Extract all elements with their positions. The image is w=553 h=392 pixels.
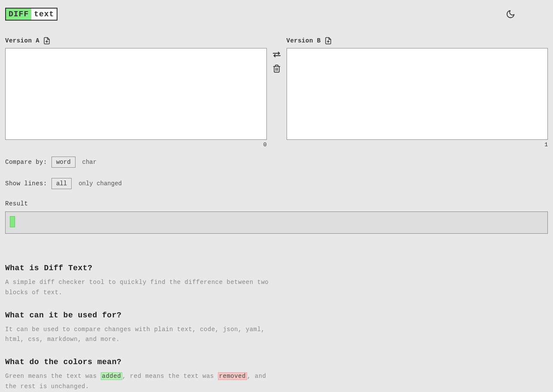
result-box [5, 211, 548, 234]
show-lines-row: Show lines: all only changed [5, 178, 548, 189]
added-highlight: added [101, 372, 123, 380]
clear-button[interactable] [272, 64, 281, 73]
logo-diff: DIFF [6, 9, 31, 20]
compare-by-label: Compare by: [5, 159, 47, 166]
show-lines-label: Show lines: [5, 180, 47, 187]
show-changed-button[interactable]: only changed [76, 178, 124, 189]
result-added-mark [10, 216, 15, 227]
version-a-count: 0 [5, 142, 267, 148]
faq-q3: What do the colors mean? [5, 358, 280, 366]
version-b-label: Version B [287, 37, 321, 44]
upload-a-button[interactable] [43, 37, 51, 45]
theme-toggle-button[interactable] [503, 7, 518, 21]
version-b-input[interactable] [287, 48, 548, 140]
swap-icon [272, 50, 281, 59]
faq-a1: A simple diff checker tool to quickly fi… [5, 277, 280, 298]
swap-button[interactable] [272, 50, 281, 59]
trash-icon [272, 64, 281, 73]
compare-by-row: Compare by: word char [5, 157, 548, 168]
logo[interactable]: DIFF text [5, 8, 57, 21]
file-upload-icon [43, 37, 51, 45]
version-a-input[interactable] [5, 48, 267, 140]
show-all-button[interactable]: all [51, 178, 72, 189]
version-a-column: Version A 0 [5, 37, 267, 148]
faq-q1: What is Diff Text? [5, 264, 280, 272]
upload-b-button[interactable] [324, 37, 332, 45]
compare-char-button[interactable]: char [80, 157, 100, 167]
version-b-column: Version B 1 [287, 37, 548, 148]
faq-q2: What can it be used for? [5, 311, 280, 320]
file-upload-icon [324, 37, 332, 45]
moon-icon [506, 9, 515, 19]
faq-a2: It can be used to compare changes with p… [5, 325, 280, 345]
logo-text: text [31, 9, 57, 20]
removed-highlight: removed [218, 372, 247, 380]
compare-word-button[interactable]: word [51, 157, 76, 168]
version-b-count: 1 [287, 142, 548, 148]
result-label: Result [5, 200, 548, 207]
version-a-label: Version A [5, 37, 39, 44]
faq-a3: Green means the text was added, red mean… [5, 371, 280, 392]
